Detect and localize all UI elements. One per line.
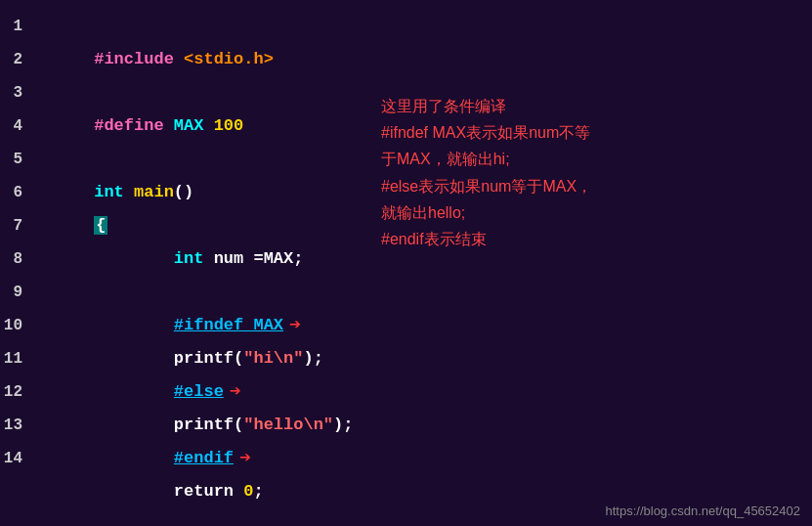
line-num-1: 1 (0, 10, 34, 43)
code-container: 1 #include <stdio.h> 2 3 #define MAX 100… (0, 0, 812, 526)
token: ; (253, 482, 263, 501)
tooltip-line-5: 就输出hello; (381, 199, 592, 226)
line-num-14: 14 (0, 442, 34, 475)
token: <stdio.h> (184, 50, 274, 68)
code-line-12: 12 printf("hello\n"); (0, 375, 812, 409)
tooltip-line-3: 于MAX，就输出hi; (381, 146, 592, 172)
code-line-11: 11 #else➔ (0, 342, 812, 375)
code-line-14: 14 return 0; (0, 442, 812, 475)
token: =MAX; (253, 249, 303, 268)
token: #include (94, 50, 184, 68)
code-line-9: 9 #ifndef MAX➔ (0, 276, 812, 309)
tooltip-line-4: #else表示如果num等于MAX， (381, 173, 592, 199)
token: num (214, 249, 254, 268)
line-num-11: 11 (0, 342, 34, 375)
line-num-8: 8 (0, 242, 34, 276)
line-num-6: 6 (0, 176, 34, 209)
code-line-10: 10 printf("hi\n"); (0, 309, 812, 342)
token: 100 (214, 116, 244, 135)
code-line-13: 13 #endif➔ (0, 409, 812, 442)
tooltip-annotation: 这里用了条件编译 #ifndef MAX表示如果num不等 于MAX，就输出hi… (381, 93, 592, 252)
tooltip-line-6: #endif表示结束 (381, 226, 592, 252)
line-num-2: 2 (0, 43, 34, 76)
line-num-7: 7 (0, 209, 34, 242)
line-num-3: 3 (0, 76, 34, 110)
token: int (174, 249, 214, 268)
token: return (94, 482, 243, 501)
token: #define (94, 116, 174, 135)
token (94, 249, 174, 268)
line-num-10: 10 (0, 309, 34, 342)
token: MAX (174, 116, 214, 135)
tooltip-line-2: #ifndef MAX表示如果num不等 (381, 119, 592, 146)
line-num-9: 9 (0, 276, 34, 309)
watermark: https://blog.csdn.net/qq_45652402 (606, 504, 801, 518)
token: 0 (243, 482, 253, 501)
line-num-4: 4 (0, 110, 34, 143)
code-line-1: 1 #include <stdio.h> (0, 10, 812, 43)
line-num-13: 13 (0, 409, 34, 442)
line-num-12: 12 (0, 375, 34, 409)
line-num-5: 5 (0, 143, 34, 176)
tooltip-line-1: 这里用了条件编译 (381, 93, 592, 119)
